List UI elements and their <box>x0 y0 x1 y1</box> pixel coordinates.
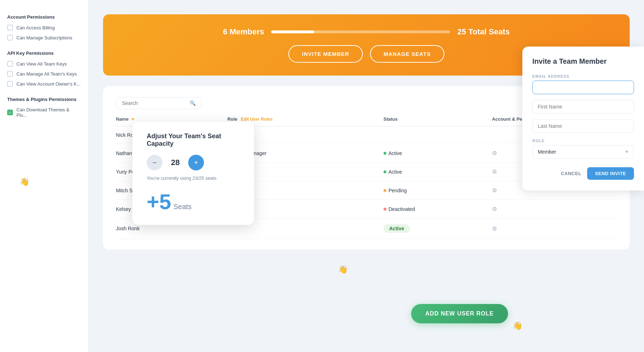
sidebar-checkbox[interactable] <box>7 35 13 40</box>
status-badge: Active <box>384 224 410 233</box>
gear-icon[interactable]: ⚙ <box>492 226 497 232</box>
status-label: Deactivated <box>389 206 415 212</box>
status-dot-icon <box>384 189 386 192</box>
role-select[interactable]: MemberAdminOwner <box>532 145 634 159</box>
member-settings[interactable]: ⚙ <box>492 200 617 218</box>
status-label: Active <box>389 169 402 175</box>
members-count: 6 Members <box>223 27 264 37</box>
sidebar-item[interactable]: Can View Account Owner's K... <box>7 81 81 87</box>
invite-panel: Invite a Team Member EMAIL ADDRESS ROLE … <box>522 47 644 191</box>
seat-count: 28 <box>168 158 182 167</box>
col-status: Status <box>384 116 492 126</box>
sidebar-checkbox[interactable] <box>7 71 13 77</box>
search-icon: 🔍 <box>190 100 196 106</box>
status-label: Active <box>389 150 402 156</box>
status-badge: Deactivated <box>384 206 492 212</box>
sidebar-item-label: Can Access Billing <box>16 25 55 30</box>
add-new-user-role-button[interactable]: ADD NEW USER ROLE <box>411 304 508 323</box>
status-label: Pending <box>389 188 407 193</box>
sidebar-section-title: Themes & Plugins Permissions <box>7 97 81 102</box>
email-input[interactable] <box>532 81 634 94</box>
status-badge: Active <box>384 150 492 156</box>
sidebar-item-label: Can Manage Subscriptions <box>16 35 72 40</box>
invite-panel-title: Invite a Team Member <box>532 57 634 66</box>
seat-capacity-popup: Adjust Your Team's Seat Capacity − 28 + … <box>132 122 254 225</box>
status-dot-icon <box>384 152 386 155</box>
edit-roles-link[interactable]: Edit User Roles <box>241 117 273 122</box>
seats-progress-bar <box>271 30 450 33</box>
send-invite-button[interactable]: SEND INVITE <box>587 167 634 180</box>
cursor-hand-sidebar: 👋 <box>20 177 29 187</box>
gear-icon[interactable]: ⚙ <box>492 187 497 193</box>
cursor-hand-seat: 👋 <box>338 265 348 274</box>
sidebar-item-label: Can View All Team Keys <box>16 61 67 67</box>
seat-delta-number: +5 <box>147 189 171 214</box>
cancel-button[interactable]: CANCEL <box>561 171 581 176</box>
sidebar-item[interactable]: ✓Can Download Themes & Plu... <box>7 107 81 118</box>
sidebar-checkbox[interactable]: ✓ <box>7 110 13 115</box>
decrease-seat-button[interactable]: − <box>147 155 162 170</box>
email-label: EMAIL ADDRESS <box>532 74 634 78</box>
search-input[interactable] <box>122 100 187 106</box>
invite-member-button[interactable]: INVITE MEMBER <box>288 45 363 63</box>
increase-seat-button[interactable]: + <box>188 155 204 170</box>
role-label: ROLE <box>532 139 634 143</box>
manage-seats-button[interactable]: MANAGE SEATS <box>370 45 444 63</box>
sort-icon[interactable]: ▼ <box>131 117 135 122</box>
status-dot-icon <box>384 170 386 173</box>
member-status: Active <box>384 144 492 163</box>
sidebar-checkbox[interactable] <box>7 25 13 30</box>
sidebar: Account PermissionsCan Access BillingCan… <box>0 0 89 352</box>
status-badge: Pending <box>384 188 492 193</box>
member-status: Pending <box>384 181 492 200</box>
sidebar-section-title: API Key Permissions <box>7 50 81 56</box>
seat-delta-label: Seats <box>173 203 191 211</box>
sidebar-item-label: Can Manage All Team's Keys <box>16 71 77 77</box>
sidebar-item[interactable]: Can Manage Subscriptions <box>7 35 81 40</box>
progress-fill <box>271 30 314 33</box>
sidebar-item[interactable]: Can Manage All Team's Keys <box>7 71 81 77</box>
gear-icon[interactable]: ⚙ <box>492 206 497 212</box>
member-status: Active <box>384 163 492 181</box>
seat-using-text: You're currently using 23/25 seats <box>147 175 240 181</box>
sidebar-checkbox[interactable] <box>7 81 13 87</box>
member-settings[interactable]: ⚙ <box>492 218 617 239</box>
cursor-hand-add-role: 👋 <box>513 321 522 331</box>
last-name-input[interactable] <box>532 119 634 133</box>
gear-icon[interactable]: ⚙ <box>492 150 497 156</box>
sidebar-item-label: Can View Account Owner's K... <box>16 81 80 87</box>
total-seats: 25 Total Seats <box>457 27 509 37</box>
status-dot-icon <box>384 208 386 211</box>
sidebar-item[interactable]: Can View All Team Keys <box>7 61 81 67</box>
sidebar-checkbox[interactable] <box>7 61 13 67</box>
status-badge: Active <box>384 169 492 175</box>
sidebar-item[interactable]: Can Access Billing <box>7 25 81 30</box>
search-bar[interactable]: 🔍 <box>116 97 202 109</box>
first-name-input[interactable] <box>532 100 634 114</box>
role-select-wrapper: MemberAdminOwner ▼ <box>532 145 634 159</box>
sidebar-item-label: Can Download Themes & Plu... <box>16 107 81 118</box>
member-status: Deactivated <box>384 200 492 218</box>
member-status <box>384 126 492 144</box>
sidebar-section-title: Account Permissions <box>7 14 81 20</box>
gear-icon[interactable]: ⚙ <box>492 169 497 175</box>
seat-popup-title: Adjust Your Team's Seat Capacity <box>147 132 240 148</box>
member-status: Active <box>384 218 492 239</box>
